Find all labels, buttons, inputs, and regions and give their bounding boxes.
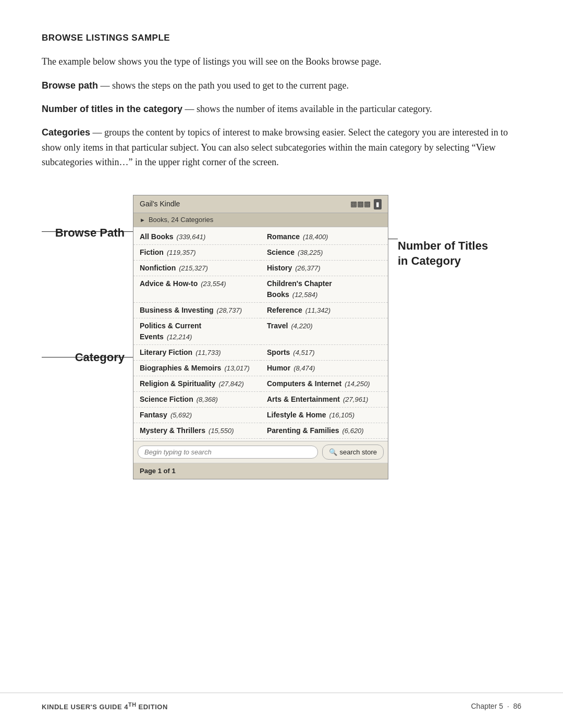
category-connector-line [42, 357, 133, 357]
intro-paragraph1: The example below shows you the type of … [42, 54, 521, 69]
list-item[interactable]: Advice & How-to(23,554) [133, 276, 261, 303]
signal-icon: ▩▩▩ [350, 199, 371, 209]
term-categories-label: Categories [42, 127, 90, 138]
category-count: (28,737) [217, 306, 242, 314]
category-name: Biographies & Memoirs [140, 364, 221, 372]
footer-superscript: TH [128, 701, 136, 708]
search-input[interactable] [138, 446, 318, 459]
list-item[interactable]: Fantasy(5,692) [133, 408, 261, 423]
list-item[interactable]: Romance(18,400) [261, 229, 388, 245]
label-num-titles-line1: Number of Titles [398, 239, 488, 252]
category-count: (8,368) [197, 396, 218, 403]
category-name: Romance [267, 232, 300, 241]
category-count: (12,214) [167, 333, 192, 341]
category-name: Science [267, 248, 295, 256]
category-count: (16,105) [329, 411, 354, 419]
category-name: Fantasy [140, 411, 167, 419]
list-item[interactable]: Religion & Spirituality(27,842) [133, 376, 261, 392]
list-item[interactable]: Parenting & Families(6,620) [261, 423, 388, 439]
category-count: (339,641) [177, 233, 206, 241]
category-count: (23,554) [201, 280, 226, 288]
term-browse-path-label: Browse path [42, 80, 98, 91]
search-store-button[interactable]: 🔍 search store [322, 445, 384, 460]
browse-path-connector-line [42, 231, 133, 232]
term-browse-path-def: — shows the steps on the path you used t… [98, 80, 349, 91]
category-name: Lifestyle & Home [267, 411, 326, 419]
list-item[interactable]: History(26,377) [261, 261, 388, 276]
page-content: BROWSE LISTINGS SAMPLE The example below… [0, 0, 563, 511]
category-name: Business & Investing [140, 306, 214, 314]
kindle-icons: ▩▩▩ ▮ [350, 199, 382, 209]
term-categories-def: — groups the content by topics of intere… [42, 127, 508, 168]
list-item[interactable]: Biographies & Memoirs(13,017) [133, 361, 261, 376]
category-count: (4,517) [293, 349, 314, 356]
category-count: (27,842) [218, 380, 243, 388]
category-name: Reference [267, 306, 302, 314]
category-count: (15,550) [209, 427, 234, 435]
list-item[interactable]: Nonfiction(215,327) [133, 261, 261, 276]
term-num-titles-label: Number of titles in the category [42, 104, 182, 114]
search-bar: 🔍 search store [133, 441, 388, 464]
category-count: (27,961) [343, 396, 368, 403]
list-item[interactable]: Travel(4,220) [261, 318, 388, 345]
list-item[interactable]: Children's Chapter Books(12,584) [261, 276, 388, 303]
list-item[interactable]: Arts & Entertainment(27,961) [261, 392, 388, 408]
browse-path-text: Books, 24 Categories [149, 215, 213, 225]
category-count: (215,327) [179, 264, 208, 272]
list-item[interactable]: Politics & Current Events(12,214) [133, 318, 261, 345]
kindle-header: Gail's Kindle ▩▩▩ ▮ [133, 195, 388, 213]
category-count: (6,620) [342, 427, 363, 435]
kindle-footer: 🔍 search store Page 1 of 1 [133, 441, 388, 479]
list-item[interactable]: Mystery & Thrillers(15,550) [133, 423, 261, 439]
category-count: (26,377) [295, 264, 320, 272]
category-name: Nonfiction [140, 264, 176, 272]
category-name: Science Fiction [140, 395, 193, 403]
list-item[interactable]: Science(38,225) [261, 245, 388, 261]
diagram-area: Browse Path Category Gail's Kindle ▩▩▩ ▮… [42, 195, 521, 479]
category-name: All Books [140, 232, 174, 241]
list-item[interactable]: Science Fiction(8,368) [133, 392, 261, 408]
list-item[interactable]: Sports(4,517) [261, 345, 388, 361]
category-count: (119,357) [167, 249, 196, 256]
category-name: Travel [267, 322, 288, 330]
category-count: (4,220) [291, 322, 312, 330]
term-num-titles-def: — shows the number of items available in… [182, 104, 432, 114]
label-num-titles: Number of Titles in Category [398, 239, 488, 268]
term-categories: Categories — groups the content by topic… [42, 125, 521, 170]
browse-path-bar: ► Books, 24 Categories [133, 213, 388, 227]
kindle-frame: Gail's Kindle ▩▩▩ ▮ ► Books, 24 Categori… [133, 195, 388, 479]
search-store-label: search store [339, 447, 377, 458]
category-count: (11,733) [195, 349, 221, 356]
page-footer: KINDLE USER'S GUIDE 4TH EDITION Chapter … [0, 693, 563, 712]
battery-icon: ▮ [374, 199, 382, 209]
category-count: (11,342) [305, 306, 331, 314]
list-item[interactable]: All Books(339,641) [133, 229, 261, 245]
list-item[interactable]: Business & Investing(28,737) [133, 303, 261, 318]
browse-path-arrow: ► [140, 216, 145, 225]
category-name: Parenting & Families [267, 426, 339, 435]
list-item[interactable]: Lifestyle & Home(16,105) [261, 408, 388, 423]
search-icon: 🔍 [329, 447, 337, 458]
page-indicator: Page 1 of 1 [133, 463, 388, 479]
list-item[interactable]: Humor(8,474) [261, 361, 388, 376]
list-item[interactable]: Reference(11,342) [261, 303, 388, 318]
categories-grid: All Books(339,641)Romance(18,400)Fiction… [133, 227, 388, 441]
category-name: Humor [267, 364, 290, 372]
category-name: Advice & How-to [140, 279, 198, 288]
footer-right: Chapter 5 · 86 [471, 701, 521, 712]
category-count: (38,225) [298, 249, 323, 256]
list-item[interactable]: Literary Fiction(11,733) [133, 345, 261, 361]
term-browse-path: Browse path — shows the steps on the pat… [42, 78, 521, 93]
list-item[interactable]: Fiction(119,357) [133, 245, 261, 261]
category-name: Computers & Internet [267, 379, 341, 388]
footer-left: KINDLE USER'S GUIDE 4TH EDITION [42, 700, 168, 712]
category-count: (8,474) [293, 364, 315, 372]
category-name: Mystery & Thrillers [140, 426, 205, 435]
category-name: Arts & Entertainment [267, 395, 340, 403]
category-count: (12,584) [292, 291, 317, 299]
section-title: BROWSE LISTINGS SAMPLE [42, 31, 521, 45]
kindle-title: Gail's Kindle [140, 199, 180, 209]
label-num-titles-line2: in Category [398, 254, 461, 267]
list-item[interactable]: Computers & Internet(14,250) [261, 376, 388, 392]
category-count: (14,250) [345, 380, 370, 388]
